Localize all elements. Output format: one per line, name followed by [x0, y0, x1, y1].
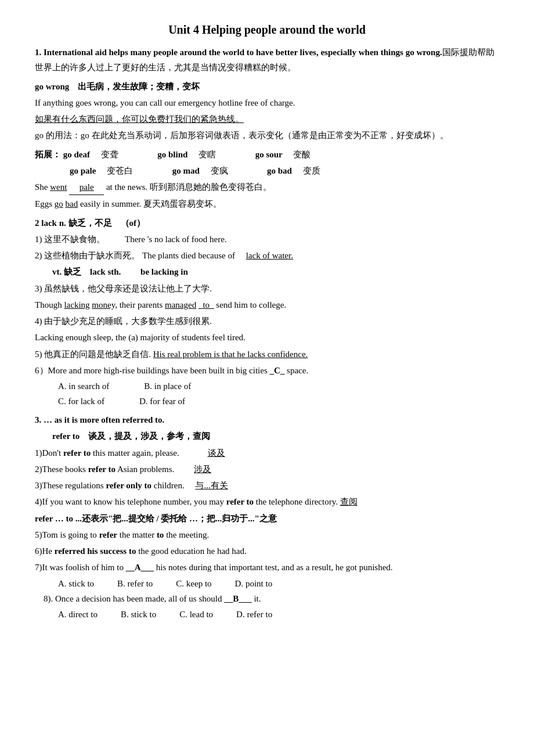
expand-label: 拓展： — [35, 150, 61, 159]
s3-refer-to: refer to 谈及，提及，涉及，参考，查阅 — [52, 431, 210, 441]
ext1-term: go deaf — [63, 150, 90, 159]
s3-5-to: to — [157, 530, 164, 539]
s2-mcq-d: D. for fear of — [139, 394, 185, 409]
s3-3-pre: 3)These regulations — [35, 481, 106, 490]
s3-8-answer: __B___ — [224, 594, 252, 603]
go-wrong-example-cn: 如果有什么东西问题，你可以免费打我们的紧急热线。 — [35, 111, 499, 127]
s3-7-mcq: A. stick to B. refer to C. keep to D. po… — [58, 577, 499, 592]
ext4-term: go pale — [70, 166, 96, 175]
s3-2-term: refer to — [88, 465, 116, 474]
s3-8-post: it. — [254, 594, 261, 603]
go-wrong-example-en: If anything goes wrong, you can call our… — [35, 95, 499, 110]
s3-2-post: Asian problems. — [117, 465, 174, 474]
ext1-meaning: 变聋 — [101, 150, 118, 159]
s2-6-post: space. — [287, 366, 308, 375]
s3-4-meaning: 查阅 — [340, 497, 358, 506]
s2-3-pre: Though — [35, 300, 62, 309]
s2-3-mid: their parents — [120, 300, 163, 309]
example-pale-went: went — [50, 182, 67, 192]
go-wrong-meaning: 出毛病，发生故障；变糟，变坏 — [78, 82, 200, 91]
s3-4-term: refer to — [226, 497, 254, 506]
s3-6-referred: referred his success to — [55, 546, 136, 556]
s2-6-answer: _C_ — [270, 366, 285, 375]
s3-1-meaning: 谈及 — [208, 448, 225, 458]
go-wrong-block: go wrong 出毛病，发生故障；变糟，变坏 If anything goes… — [35, 79, 499, 143]
s3-7-c: C. keep to — [176, 577, 211, 592]
page-title: Unit 4 Helping people around the world — [35, 23, 499, 37]
s3-1-prefix: 1)Don't — [35, 448, 63, 458]
s2-5-en: His real problem is that he lacks confid… — [153, 350, 308, 359]
s3-8-d: D. refer to — [236, 607, 272, 622]
s3-7-cn: 7)It was foolish of him to — [35, 563, 124, 572]
s2-3-managed: managed — [165, 300, 196, 309]
ext5-term: go mad — [172, 166, 200, 175]
s2-3-cn: 3) 虽然缺钱，他父母亲还是设法让他上了大学. — [35, 284, 212, 293]
example-eggs-bad: bad — [66, 199, 78, 208]
s2-mcq-c: C. for lack of — [58, 394, 104, 409]
s3-1-term: refer to — [63, 448, 91, 458]
s3-4-pre: 4)If you want to know his telephone numb… — [35, 497, 226, 506]
example-eggs-go: go — [55, 199, 63, 208]
s2-vt: vt. 缺乏 lack sth. be lacking in — [52, 267, 188, 276]
go-usage: go 的用法：go 在此处充当系动词，后加形容词做表语，表示变化（通常是由正常变… — [35, 128, 499, 143]
section-3: 3. … as it is more often referred to. re… — [35, 412, 499, 622]
s3-8-cn: 8). Once a decision has been made, all o… — [44, 594, 222, 603]
ext4-meaning: 变苍白 — [107, 166, 133, 175]
s3-1-post: this matter again, please. — [93, 448, 179, 458]
s2-mcq-b: B. in place of — [144, 379, 191, 394]
s2-mcq2: C. for lack of D. for fear of — [58, 394, 499, 409]
s2-mcq: A. in search of B. in place of — [58, 379, 499, 394]
s2-5-cn: 5) 他真正的问题是他缺乏自信. — [35, 350, 151, 359]
ext5-meaning: 变疯 — [211, 166, 228, 175]
s2-1-en: There 's no lack of food here. — [125, 235, 227, 244]
s2-3-to: _to_ — [199, 300, 214, 309]
go-extensions-block: 拓展： go deaf 变聋 go blind 变瞎 go sour 变酸 go… — [35, 147, 499, 212]
s2-3-lacking: lacking — [64, 300, 89, 309]
s3-refer-also: refer … to ...还表示"把...提交给 / 委托给 …；把...归功… — [35, 514, 277, 523]
s3-3-term: refer only to — [106, 481, 151, 490]
s3-2-meaning: 涉及 — [194, 465, 211, 474]
example-eggs-pre: Eggs — [35, 199, 52, 208]
s3-2-pre: 2)These books — [35, 465, 88, 474]
s2-2-answer: lack of water. — [246, 251, 293, 260]
s2-mcq-a: A. in search of — [58, 379, 109, 394]
s2-4-cn: 4) 由于缺少充足的睡眠，大多数学生感到很累. — [35, 316, 212, 326]
s3-8-c: C. lead to — [179, 607, 213, 622]
s3-7-answer: __A___ — [126, 563, 154, 572]
s2-6-cn: 6）More and more high-rise buildings have… — [35, 366, 268, 375]
section-2: 2 lack n. 缺乏，不足 （of） 1) 这里不缺食物。 There 's… — [35, 215, 499, 409]
s3-5-refer: refer — [99, 530, 117, 539]
s3-8-a: A. direct to — [58, 607, 98, 622]
ext3-term: go sour — [255, 150, 283, 159]
s3-3-post: children. — [154, 481, 185, 490]
example-pale-pre: She — [35, 182, 48, 192]
s3-heading: 3. … as it is more often referred to. — [35, 415, 164, 424]
go-wrong-label: go wrong — [35, 82, 69, 91]
section-1: 1. International aid helps many people a… — [35, 45, 499, 75]
ext6-term: go bad — [267, 166, 292, 175]
ext6-meaning: 变质 — [303, 166, 320, 175]
s2-4-en: Lacking enough sleep, the (a) majority o… — [35, 333, 246, 342]
s3-7-b: B. refer to — [117, 577, 153, 592]
s2-heading: 2 lack n. 缺乏，不足 （of） — [35, 218, 145, 228]
s1-heading: 1. International aid helps many people a… — [35, 48, 442, 57]
example-eggs-post: easily in summer. 夏天鸡蛋容易变坏。 — [80, 199, 222, 208]
ext2-meaning: 变瞎 — [199, 150, 216, 159]
s2-1-cn: 1) 这里不缺食物。 — [35, 235, 105, 244]
ext2-term: go blind — [157, 150, 187, 159]
s3-8-mcq: A. direct to B. stick to C. lead to D. r… — [58, 607, 499, 622]
s3-7-a: A. stick to — [58, 577, 94, 592]
example-pale-blank: pale — [69, 179, 104, 195]
s2-3-post: send him to college. — [216, 300, 286, 309]
s3-3-meaning: 与...有关 — [195, 481, 228, 490]
s3-7-d: D. point to — [235, 577, 273, 592]
s3-8-b: B. stick to — [121, 607, 156, 622]
ext3-meaning: 变酸 — [293, 150, 311, 159]
s3-7-post: his notes during that important test, an… — [156, 563, 393, 572]
s2-3-money: money, — [92, 300, 117, 309]
example-pale-post: at the news. 听到那消息她的脸色变得苍白。 — [106, 182, 272, 192]
s2-2-cn: 2) 这些植物由于缺水而死。 The plants died because o… — [35, 251, 235, 260]
s3-4-post: the telephone directory. — [256, 497, 338, 506]
